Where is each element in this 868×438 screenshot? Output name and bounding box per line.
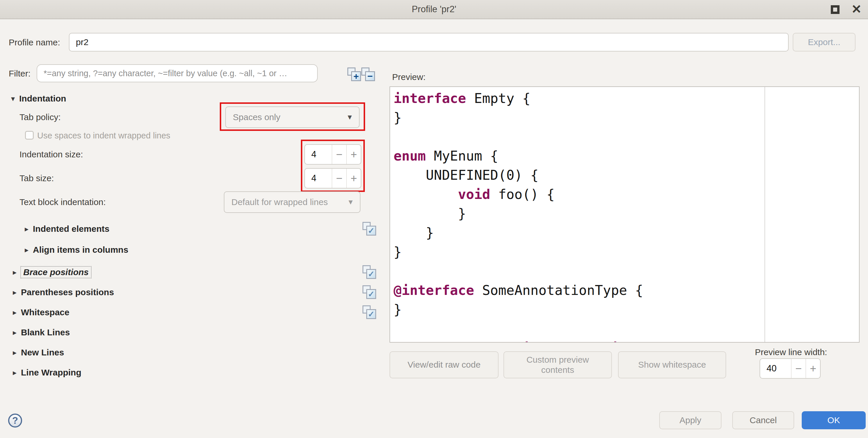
preview-label: Preview: bbox=[392, 72, 426, 82]
tree-item-blank-lines[interactable]: ▸Blank Lines bbox=[13, 325, 70, 340]
section-indentation[interactable]: ▾ Indentation bbox=[11, 92, 66, 106]
chevron-down-icon: ▼ bbox=[346, 113, 353, 121]
tree-item-label: Line Wrapping bbox=[21, 368, 82, 378]
code-line: enum MyEnum { bbox=[394, 146, 859, 166]
close-icon[interactable]: ✕ bbox=[851, 2, 862, 16]
tree-item-brace-positions[interactable]: ▸Brace positions bbox=[13, 265, 91, 279]
tree-item-indented-elements[interactable]: ▸Indented elements bbox=[25, 222, 109, 236]
expand-triangle-icon[interactable]: ▸ bbox=[25, 225, 33, 234]
code-line: } bbox=[394, 108, 859, 127]
tab-policy-label: Tab policy: bbox=[20, 112, 61, 122]
text-block-indentation-dropdown[interactable]: Default for wrapped lines ▼ bbox=[224, 192, 361, 213]
code-line: record MyRecord(int first, int second) { bbox=[394, 338, 859, 343]
custom-preview-contents-button[interactable]: Custom preview contents bbox=[503, 351, 612, 378]
code-line: } bbox=[394, 242, 859, 261]
code-line bbox=[394, 319, 859, 338]
expand-triangle-icon[interactable]: ▸ bbox=[25, 245, 33, 255]
preview-line-width-label: Preview line width: bbox=[755, 347, 827, 357]
use-spaces-label: Use spaces to indent wrapped lines bbox=[37, 131, 170, 141]
tree-item-parentheses-positions[interactable]: ▸Parentheses positions bbox=[13, 285, 114, 299]
show-whitespace-button[interactable]: Show whitespace bbox=[618, 351, 726, 378]
filter-input[interactable] bbox=[37, 64, 318, 82]
tab-size-label: Tab size: bbox=[20, 173, 54, 183]
text-block-indentation-label: Text block indentation: bbox=[20, 197, 106, 207]
code-line: interface Empty { bbox=[394, 89, 859, 108]
plus-icon[interactable]: + bbox=[346, 145, 361, 164]
preview-line-width-value: 40 bbox=[760, 359, 791, 378]
title-bar: Profile 'pr2' ✕ bbox=[0, 0, 868, 19]
tree-item-label: New Lines bbox=[21, 348, 64, 357]
code-line: } bbox=[394, 223, 859, 242]
code-line bbox=[394, 261, 859, 281]
text-block-indentation-value: Default for wrapped lines bbox=[231, 197, 347, 207]
modified-check-icon: ✓ bbox=[363, 222, 377, 236]
code-line: } bbox=[394, 300, 859, 319]
tree-item-label: Brace positions bbox=[21, 267, 91, 278]
section-label: Indentation bbox=[19, 94, 66, 104]
tree-item-label: Blank Lines bbox=[21, 327, 70, 338]
tree-item-new-lines[interactable]: ▸New Lines bbox=[13, 346, 64, 359]
maximize-icon[interactable] bbox=[831, 5, 839, 14]
minus-icon[interactable]: − bbox=[332, 169, 346, 188]
export-button[interactable]: Export... bbox=[793, 33, 856, 52]
tree-item-align-items-in-columns[interactable]: ▸Align items in columns bbox=[25, 243, 128, 257]
expand-triangle-icon[interactable]: ▸ bbox=[13, 348, 21, 357]
indentation-size-stepper[interactable]: 4 − + bbox=[304, 144, 361, 165]
tab-size-stepper[interactable]: 4 − + bbox=[304, 168, 361, 188]
collapse-triangle-icon[interactable]: ▾ bbox=[11, 94, 19, 103]
tree-item-line-wrapping[interactable]: ▸Line Wrapping bbox=[13, 366, 82, 380]
help-glyph: ? bbox=[12, 415, 18, 426]
plus-icon[interactable]: + bbox=[346, 169, 361, 188]
preview-code: interface Empty {} enum MyEnum { UNDEFIN… bbox=[394, 89, 859, 343]
plus-icon[interactable]: + bbox=[806, 359, 820, 378]
use-spaces-checkbox[interactable] bbox=[25, 131, 34, 140]
expand-triangle-icon[interactable]: ▸ bbox=[13, 308, 21, 317]
modified-check-icon: ✓ bbox=[363, 265, 377, 280]
expand-triangle-icon[interactable]: ▸ bbox=[13, 288, 21, 297]
tab-size-value: 4 bbox=[305, 169, 332, 188]
tree-item-label: Indented elements bbox=[33, 224, 109, 234]
indentation-size-label: Indentation size: bbox=[20, 149, 83, 159]
tree-item-label: Parentheses positions bbox=[21, 287, 114, 297]
window-title: Profile 'pr2' bbox=[412, 4, 456, 14]
expand-all-icon[interactable]: + bbox=[347, 67, 362, 82]
preview-line-width-stepper[interactable]: 40 − + bbox=[760, 358, 820, 379]
help-icon[interactable]: ? bbox=[8, 414, 22, 428]
indentation-size-value: 4 bbox=[305, 145, 332, 164]
view-edit-raw-code-button[interactable]: View/edit raw code bbox=[390, 351, 499, 378]
code-line: @interface SomeAnnotationType { bbox=[394, 281, 859, 300]
modified-check-icon: ✓ bbox=[363, 285, 377, 300]
tab-policy-dropdown[interactable]: Spaces only ▼ bbox=[225, 107, 360, 128]
tree-item-label: Align items in columns bbox=[33, 245, 128, 255]
code-line: void foo() { bbox=[394, 185, 859, 204]
preview-code-area[interactable]: interface Empty {} enum MyEnum { UNDEFIN… bbox=[390, 86, 860, 343]
expand-triangle-icon[interactable]: ▸ bbox=[13, 268, 21, 277]
tab-policy-value: Spaces only bbox=[233, 112, 346, 122]
profile-name-label: Profile name: bbox=[9, 37, 60, 48]
minus-icon[interactable]: − bbox=[332, 145, 346, 164]
code-line bbox=[394, 127, 859, 146]
code-line: } bbox=[394, 204, 859, 223]
profile-name-input[interactable] bbox=[69, 33, 788, 52]
minus-icon[interactable]: − bbox=[791, 359, 806, 378]
modified-check-icon: ✓ bbox=[363, 305, 377, 320]
cancel-button[interactable]: Cancel bbox=[732, 411, 794, 429]
collapse-all-icon[interactable]: − bbox=[361, 67, 376, 82]
expand-triangle-icon[interactable]: ▸ bbox=[13, 368, 21, 377]
ok-button[interactable]: OK bbox=[802, 411, 866, 429]
chevron-down-icon: ▼ bbox=[347, 198, 354, 206]
filter-label: Filter: bbox=[9, 69, 31, 79]
tree-item-whitespace[interactable]: ▸Whitespace bbox=[13, 305, 69, 319]
code-line: UNDEFINED(0) { bbox=[394, 166, 859, 185]
tree-item-label: Whitespace bbox=[21, 308, 69, 317]
apply-button[interactable]: Apply bbox=[659, 411, 721, 429]
expand-triangle-icon[interactable]: ▸ bbox=[13, 328, 21, 337]
